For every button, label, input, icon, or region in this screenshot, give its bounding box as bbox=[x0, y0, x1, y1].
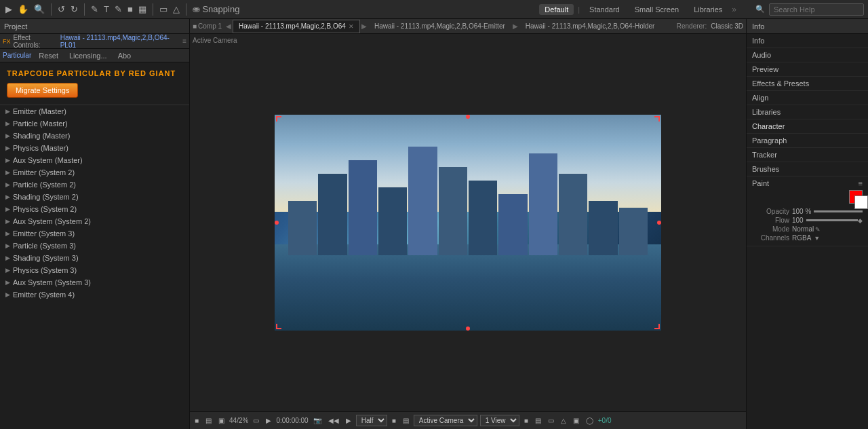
info-section-brushes[interactable]: Brushes bbox=[747, 162, 868, 176]
workspace-overflow[interactable]: » bbox=[732, 5, 736, 14]
vp-btn-extra5[interactable]: ▣ bbox=[571, 416, 581, 425]
toolbar-icon-shape[interactable]: ▭ bbox=[158, 3, 169, 16]
effect-menu-icon[interactable]: ≡ bbox=[182, 37, 186, 45]
info-section-tracker[interactable]: Tracker bbox=[747, 148, 868, 162]
workspace-small-screen[interactable]: Small Screen bbox=[629, 4, 684, 15]
comp-tab-left-arrow[interactable]: ◀ bbox=[226, 22, 231, 30]
toolbar-icon-snapping[interactable]: ⛂ Snapping bbox=[191, 3, 241, 16]
section-particle-2[interactable]: ▶ Particle (System 2) bbox=[0, 179, 189, 191]
info-section-info[interactable]: Info bbox=[747, 34, 868, 48]
flow-slider[interactable] bbox=[806, 219, 858, 221]
vp-3d-btn[interactable]: ▣ bbox=[216, 416, 226, 425]
arrow-icon: ▶ bbox=[5, 120, 10, 127]
opacity-slider[interactable] bbox=[814, 210, 863, 212]
edge-handle-right bbox=[657, 221, 661, 225]
toolbar-icon-undo[interactable]: ↺ bbox=[56, 3, 66, 16]
toolbar-icon-pen[interactable]: ✎ bbox=[90, 3, 100, 16]
toolbar-icon-text[interactable]: T bbox=[102, 3, 111, 16]
section-emitter-2[interactable]: ▶ Emitter (System 2) bbox=[0, 166, 189, 179]
comp-tab-1[interactable]: Hawaii - 21113.mp4,Magic,2,B,O64-Emitter bbox=[368, 20, 511, 33]
close-icon-0[interactable]: ✕ bbox=[349, 23, 354, 30]
vp-play-btn[interactable]: ▶ bbox=[344, 416, 353, 425]
vp-prev-btn[interactable]: ◀◀ bbox=[326, 416, 341, 425]
section-particle-master[interactable]: ▶ Particle (Master) bbox=[0, 117, 189, 130]
vp-btn-extra1[interactable]: ■ bbox=[522, 416, 530, 425]
vp-grid-btn[interactable]: ▤ bbox=[401, 416, 411, 425]
comp-tab-0[interactable]: Hawaii - 21113.mp4,Magic,2,B,O64 ✕ bbox=[233, 20, 360, 33]
vp-camera-select[interactable]: Active Camera bbox=[414, 415, 477, 426]
section-shading-master[interactable]: ▶ Shading (Master) bbox=[0, 130, 189, 142]
section-physics-master[interactable]: ▶ Physics (Master) bbox=[0, 142, 189, 154]
vp-expand-btn[interactable]: ▭ bbox=[251, 416, 261, 425]
toolbar-sep-3 bbox=[153, 3, 153, 16]
vp-btn-extra4[interactable]: △ bbox=[559, 416, 568, 425]
comp-tab-2[interactable]: Hawaii - 21113.mp4,Magic,2,B,O64-Holder bbox=[519, 20, 661, 33]
section-emitter-master[interactable]: ▶ Emitter (Master) bbox=[0, 105, 189, 117]
paint-menu-icon[interactable]: ≡ bbox=[859, 179, 863, 187]
licensing-btn[interactable]: Licensing... bbox=[66, 50, 111, 61]
section-particle-3[interactable]: ▶ Particle (System 3) bbox=[0, 240, 189, 252]
section-aux-master[interactable]: ▶ Aux System (Master) bbox=[0, 154, 189, 166]
section-emitter-4[interactable]: ▶ Emitter (System 4) bbox=[0, 288, 189, 301]
paint-title: Paint bbox=[752, 179, 769, 187]
brush-icon[interactable]: ✎ bbox=[815, 226, 821, 233]
vp-btn-extra6[interactable]: ◯ bbox=[584, 416, 595, 425]
info-section-libraries[interactable]: Libraries bbox=[747, 105, 868, 119]
arrow-icon: ▶ bbox=[5, 157, 10, 164]
reset-btn[interactable]: Reset bbox=[35, 50, 62, 61]
toolbar-icon-arrow[interactable]: ▶ bbox=[4, 3, 14, 16]
building bbox=[619, 208, 648, 255]
arrow-icon: ▶ bbox=[5, 218, 10, 225]
vp-time-btn[interactable]: ▶ bbox=[264, 416, 273, 425]
align-label: Align bbox=[752, 94, 768, 102]
toolbar-icon-hand[interactable]: ✋ bbox=[16, 3, 30, 16]
section-aux-3[interactable]: ▶ Aux System (System 3) bbox=[0, 276, 189, 288]
vp-view-select[interactable]: 1 View bbox=[480, 415, 519, 426]
info-section-preview[interactable]: Preview bbox=[747, 62, 868, 77]
section-shading-3[interactable]: ▶ Shading (System 3) bbox=[0, 252, 189, 264]
section-emitter-3[interactable]: ▶ Emitter (System 3) bbox=[0, 227, 189, 240]
toolbar-icon-zoom[interactable]: 🔍 bbox=[33, 3, 46, 16]
section-label: Particle (System 2) bbox=[13, 181, 76, 189]
section-shading-2[interactable]: ▶ Shading (System 2) bbox=[0, 191, 189, 203]
background-color-swatch[interactable] bbox=[854, 195, 868, 209]
vp-safe-zone-btn[interactable]: ■ bbox=[390, 416, 398, 425]
opacity-value[interactable]: 100 % bbox=[792, 208, 811, 215]
section-physics-2[interactable]: ▶ Physics (System 2) bbox=[0, 203, 189, 215]
info-section-effects[interactable]: Effects & Presets bbox=[747, 77, 868, 91]
vp-layout-btn[interactable]: ■ bbox=[193, 416, 201, 425]
vp-btn-extra2[interactable]: ▤ bbox=[533, 416, 543, 425]
mode-value[interactable]: Normal bbox=[792, 225, 814, 233]
toolbar-icon-puppet[interactable]: △ bbox=[172, 3, 181, 16]
toolbar-icon-eraser[interactable]: ▦ bbox=[137, 3, 148, 16]
vp-quality-select[interactable]: Half bbox=[356, 415, 387, 426]
vp-camera-btn[interactable]: 📷 bbox=[311, 416, 323, 425]
info-section-audio[interactable]: Audio bbox=[747, 48, 868, 62]
comp1-tab-label[interactable]: Comp 1 bbox=[198, 22, 222, 30]
section-aux-2[interactable]: ▶ Aux System (System 2) bbox=[0, 215, 189, 227]
channels-value[interactable]: RGBA bbox=[792, 234, 811, 242]
info-section-character[interactable]: Character bbox=[747, 119, 868, 134]
migrate-settings-button[interactable]: Migrate Settings bbox=[7, 83, 78, 98]
workspace-standard[interactable]: Standard bbox=[584, 4, 625, 15]
flow-eyedropper[interactable]: ◆ bbox=[858, 217, 863, 224]
workspace-libraries[interactable]: Libraries bbox=[688, 4, 728, 15]
workspace-default[interactable]: Default bbox=[539, 4, 574, 15]
info-section-paragraph[interactable]: Paragraph bbox=[747, 134, 868, 148]
vp-settings-btn[interactable]: ▤ bbox=[203, 416, 214, 425]
info-section-align[interactable]: Align bbox=[747, 91, 868, 105]
toolbar-icon-brush[interactable]: ✎ bbox=[113, 3, 123, 16]
section-physics-3[interactable]: ▶ Physics (System 3) bbox=[0, 264, 189, 276]
channels-dropdown-icon[interactable]: ▼ bbox=[814, 235, 820, 242]
search-icon: 🔍 bbox=[755, 5, 765, 14]
toolbar-icon-stamp[interactable]: ■ bbox=[126, 3, 134, 16]
vp-btn-extra3[interactable]: ▭ bbox=[546, 416, 556, 425]
particular-tab[interactable]: Particular bbox=[3, 52, 31, 59]
abo-btn[interactable]: Abo bbox=[115, 50, 135, 61]
renderer-value[interactable]: Classic 3D bbox=[711, 22, 743, 30]
flow-value[interactable]: 100 bbox=[792, 217, 804, 224]
toolbar-icon-redo[interactable]: ↻ bbox=[69, 3, 79, 16]
search-input[interactable] bbox=[769, 3, 864, 16]
effect-file-name[interactable]: Hawaii - 21113.mp4,Magic,2,B,O64-PL01 bbox=[60, 34, 180, 49]
toolbar-sep-1 bbox=[51, 3, 52, 16]
